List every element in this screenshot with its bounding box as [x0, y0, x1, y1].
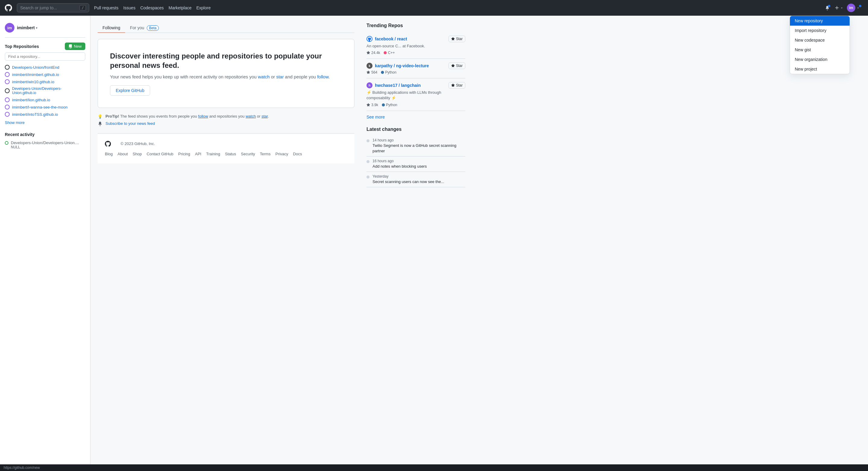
footer-link-contact[interactable]: Contact GitHub [147, 152, 173, 156]
recent-item-content: Developers-Union/Developers-Union.... NU… [11, 141, 79, 149]
repo-link[interactable]: Developers-Union/Developers-Union.github… [12, 87, 85, 95]
watch-link2[interactable]: watch [246, 114, 256, 118]
see-more-link[interactable]: See more [367, 115, 385, 119]
lang-indicator: C++ [384, 51, 395, 55]
recent-activity-label: Recent activity [5, 132, 35, 137]
page-layout: im imimbert ▾ Top Repositories New Devel… [0, 16, 868, 471]
trending-star-button-wrapper: Star [448, 36, 465, 42]
feed-tabs: Following For you Beta [98, 23, 354, 33]
repo-link[interactable]: imimbert/lion.github.io [12, 98, 50, 102]
change-dot [367, 139, 370, 142]
footer-link-terms[interactable]: Terms [260, 152, 270, 156]
tab-for-you[interactable]: For you Beta [125, 23, 164, 33]
change-time: 14 hours ago [373, 138, 465, 142]
footer-link-privacy[interactable]: Privacy [276, 152, 288, 156]
footer-link-about[interactable]: About [118, 152, 128, 156]
footer-copyright: © 2023 GitHub, Inc. [121, 141, 155, 146]
nav-explore[interactable]: Explore [196, 5, 211, 10]
follow-link2[interactable]: follow [198, 114, 208, 118]
change-dot [367, 160, 370, 163]
nav-issues[interactable]: Issues [123, 5, 135, 10]
trending-avatar: k [367, 63, 373, 69]
repo-item: imimbert/win10.github.io [5, 78, 85, 85]
dropdown-new-gist[interactable]: New gist [790, 45, 849, 55]
trending-repo-link[interactable]: karpathy / ng-video-lecture [375, 63, 429, 68]
trending-meta: 24.4k C++ [367, 51, 465, 55]
dropdown-new-organization[interactable]: New organization [790, 55, 849, 64]
watch-link[interactable]: watch [258, 74, 270, 79]
trending-star-button[interactable]: Star [448, 62, 465, 69]
sidebar-user-avatar: im [5, 23, 14, 33]
trending-desc: An open-source C... at Facebook. [367, 43, 465, 49]
explore-github-button[interactable]: Explore GitHub [110, 85, 150, 96]
user-menu-button[interactable]: im [847, 4, 863, 12]
star-count: 3.9k [367, 103, 378, 107]
repo-link[interactable]: imimbert/I-wanna-see-the-moon [12, 105, 67, 110]
repo-link[interactable]: imimbert/win10.github.io [12, 80, 54, 84]
footer-link-pricing[interactable]: Pricing [178, 152, 190, 156]
subscribe-link[interactable]: Subscribe to your news feed [105, 121, 155, 126]
star-link2[interactable]: star [261, 114, 268, 118]
github-logo[interactable] [5, 4, 12, 11]
trending-star-button[interactable]: Star [448, 36, 465, 42]
trending-repos-title: Trending Repos [367, 23, 465, 28]
notification-dot [828, 5, 830, 7]
create-button[interactable] [833, 4, 844, 11]
footer-link-security[interactable]: Security [241, 152, 255, 156]
nav-codespaces[interactable]: Codespaces [140, 5, 164, 10]
trending-repo-link[interactable]: facebook / react [375, 36, 407, 41]
nav-pull-requests[interactable]: Pull requests [94, 5, 119, 10]
dropdown-import-repository[interactable]: Import repository [790, 26, 849, 35]
tab-following[interactable]: Following [98, 23, 125, 33]
trending-star-button[interactable]: Star [448, 82, 465, 89]
user-menu-trigger[interactable]: imimbert ▾ [17, 25, 37, 30]
lang-label: Python [385, 70, 396, 75]
repo-icon [5, 105, 10, 110]
repo-search-input[interactable] [5, 53, 85, 61]
footer-link-docs[interactable]: Docs [293, 152, 302, 156]
lang-label: Python [386, 103, 397, 107]
main-nav: Pull requests Issues Codespaces Marketpl… [94, 5, 211, 10]
lang-dot [382, 104, 385, 107]
footer-link-training[interactable]: Training [206, 152, 220, 156]
new-btn-label: New [74, 44, 82, 49]
dropdown-new-project[interactable]: New project [790, 64, 849, 74]
repo-link[interactable]: imimbert/intoTSS.github.io [12, 112, 58, 117]
recent-item: Developers-Union/Developers-Union.... NU… [5, 139, 85, 150]
trending-meta: 564 Python [367, 70, 465, 75]
discover-box: Discover interesting people and reposito… [98, 39, 354, 108]
footer-link-status[interactable]: Status [225, 152, 236, 156]
search-placeholder: Search or jump to... [20, 5, 77, 10]
footer-link-shop[interactable]: Shop [133, 152, 142, 156]
change-item: Yesterday Secret scanning users can now … [367, 172, 465, 187]
search-bar[interactable]: Search or jump to... / [17, 3, 89, 12]
notifications-button[interactable] [824, 4, 831, 11]
header: Search or jump to... / Pull requests Iss… [0, 0, 868, 16]
dropdown-new-codespace[interactable]: New codespace [790, 35, 849, 45]
footer-link-api[interactable]: API [195, 152, 201, 156]
follow-link[interactable]: follow [317, 74, 329, 79]
main-content: Following For you Beta Discover interest… [90, 16, 362, 471]
trending-repo-link[interactable]: hwchase17 / langchain [375, 83, 421, 88]
lang-dot [381, 71, 384, 74]
repo-item: Developers-Union/Developers-Union.github… [5, 85, 85, 96]
repo-item: imimbert/lion.github.io [5, 96, 85, 104]
recent-org-text: Developers-Union/Developers-Union.... [11, 141, 79, 145]
sidebar-username: imimbert [17, 25, 35, 30]
new-repo-button[interactable]: New [65, 42, 85, 50]
repo-link[interactable]: imimbert/imimbert.github.io [12, 72, 59, 77]
top-repos-section: Top Repositories New [5, 42, 85, 50]
show-more-link[interactable]: Show more [5, 119, 85, 126]
subscribe-row: Subscribe to your news feed [98, 121, 354, 126]
recent-value: NULL [11, 145, 79, 149]
status-bar-url: https://github.com/new [4, 466, 40, 470]
footer-link-blog[interactable]: Blog [105, 152, 113, 156]
repo-list: Developers-Union/frontEnd imimbert/imimb… [5, 64, 85, 118]
change-dot [367, 176, 370, 178]
star-count: 24.4k [367, 51, 380, 55]
recent-dot-icon [5, 141, 8, 145]
nav-marketplace[interactable]: Marketplace [168, 5, 191, 10]
repo-link[interactable]: Developers-Union/frontEnd [12, 65, 59, 70]
star-link[interactable]: star [276, 74, 284, 79]
dropdown-new-repository[interactable]: New repository [790, 16, 849, 26]
